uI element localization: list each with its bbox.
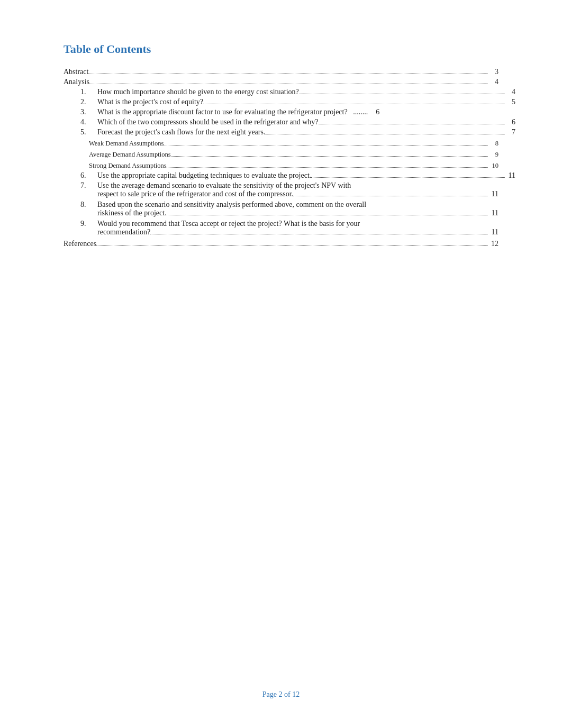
sub-strong-dots <box>167 167 488 169</box>
abstract-page: 3 <box>488 68 498 76</box>
item-8-text: Based upon the scenario and sensitivity … <box>97 201 366 209</box>
toc-item-5: 5. Forecast the project's cash flows for… <box>80 128 515 136</box>
abstract-label: Abstract <box>64 68 88 76</box>
sub-average: Average Demand Assumptions 9 <box>89 149 498 160</box>
sub-weak: Weak Demand Assumptions 8 <box>89 138 498 149</box>
item-5-dots <box>265 134 505 136</box>
item-6-text: Use the appropriate capital budgeting te… <box>97 171 311 180</box>
sub-average-label: Average Demand Assumptions <box>89 149 171 160</box>
item-9-page: 11 <box>488 228 498 236</box>
sub-strong-label: Strong Demand Assumptions <box>89 160 167 171</box>
item-4-num: 4. <box>80 118 97 126</box>
sub-weak-page: 8 <box>488 138 498 149</box>
toc-item-1: 1. How much importance should be given t… <box>80 88 515 96</box>
item-4-dots <box>319 124 505 126</box>
sub-weak-dots <box>164 145 488 147</box>
item-3-dots-short: ........ <box>353 108 368 116</box>
item-2-page: 5 <box>505 98 515 106</box>
page-footer: Page 2 of 12 <box>0 690 562 699</box>
sub-strong: Strong Demand Assumptions 10 <box>89 160 498 171</box>
toc-item-3: 3. What is the appropriate discount fact… <box>80 108 515 116</box>
toc-item-9-block: 9. Would you recommend that Tesca accept… <box>64 220 498 236</box>
references-label: References <box>64 240 96 248</box>
item-3-text: What is the appropriate discount factor … <box>97 108 348 116</box>
item-1-num: 1. <box>80 88 97 96</box>
toc-abstract: Abstract 3 <box>64 68 498 76</box>
item-6-page: 11 <box>505 171 515 180</box>
toc-item-9-line2: recommendation? 11 <box>80 228 498 236</box>
analysis-page: 4 <box>488 78 498 86</box>
toc-item-2: 2. What is the project's cost of equity?… <box>80 98 515 106</box>
toc-item-8-block: 8. Based upon the scenario and sensitivi… <box>64 201 498 217</box>
toc-item-5-block: 5. Forecast the project's cash flows for… <box>64 128 498 171</box>
item-9-text2: recommendation? <box>97 228 150 236</box>
abstract-dots <box>88 74 488 76</box>
toc-item-4: 4. Which of the two compressors should b… <box>80 118 515 126</box>
toc-item-7-line1: 7. Use the average demand scenario to ev… <box>80 181 498 190</box>
item-6-num: 6. <box>80 171 97 180</box>
item-5-page: 7 <box>505 128 515 136</box>
analysis-label: Analysis <box>64 78 89 86</box>
item-7-dots <box>293 196 488 198</box>
item-3-num: 3. <box>80 108 97 116</box>
item-2-num: 2. <box>80 98 97 106</box>
item-7-page: 11 <box>488 190 498 198</box>
toc-item-8-line1: 8. Based upon the scenario and sensitivi… <box>80 201 498 209</box>
footer-text: Page 2 of 12 <box>262 690 300 698</box>
item-1-page: 4 <box>505 88 515 96</box>
item-7-text2: respect to sale price of the refrigerato… <box>97 190 293 198</box>
toc-item-9-line1: 9. Would you recommend that Tesca accept… <box>80 220 498 228</box>
sub-average-dots <box>171 156 488 158</box>
item-8-num: 8. <box>80 201 97 209</box>
item-9-dots <box>150 234 488 236</box>
sub-strong-page: 10 <box>488 160 498 171</box>
toc-item-7-block: 7. Use the average demand scenario to ev… <box>64 181 498 198</box>
item-1-text: How much importance should be given to t… <box>97 88 299 96</box>
analysis-dots <box>89 84 488 86</box>
item-6-dots <box>311 177 505 179</box>
item-7-text: Use the average demand scenario to evalu… <box>97 181 351 190</box>
item-8-page: 11 <box>488 209 498 217</box>
item-1-dots <box>299 94 505 96</box>
item-4-text: Which of the two compressors should be u… <box>97 118 319 126</box>
toc-title: Table of Contents <box>64 42 498 56</box>
toc-item-7-line2: respect to sale price of the refrigerato… <box>80 190 498 198</box>
toc-references: References 12 <box>64 240 498 248</box>
item-2-text: What is the project's cost of equity? <box>97 98 203 106</box>
item-9-num: 9. <box>80 220 97 228</box>
item-2-dots <box>203 104 505 106</box>
item-4-page: 6 <box>505 118 515 126</box>
item-5-num: 5. <box>80 128 97 136</box>
toc-item-6: 6. Use the appropriate capital budgeting… <box>80 171 515 180</box>
item-9-text: Would you recommend that Tesca accept or… <box>97 220 360 228</box>
item-8-dots <box>167 215 488 217</box>
item-3-page: 6 <box>369 108 379 116</box>
toc-analysis: Analysis 4 <box>64 78 498 86</box>
sub-average-page: 9 <box>488 149 498 160</box>
references-page: 12 <box>488 240 498 248</box>
page: Table of Contents Abstract 3 Analysis 4 … <box>0 0 562 728</box>
toc-item-8-line2: riskiness of the project. 11 <box>80 209 498 217</box>
item-5-text: Forecast the project's cash flows for th… <box>97 128 265 136</box>
references-dots <box>96 245 488 248</box>
item-8-text2: riskiness of the project. <box>97 209 167 217</box>
item-7-num: 7. <box>80 181 97 190</box>
sub-weak-label: Weak Demand Assumptions <box>89 138 164 149</box>
